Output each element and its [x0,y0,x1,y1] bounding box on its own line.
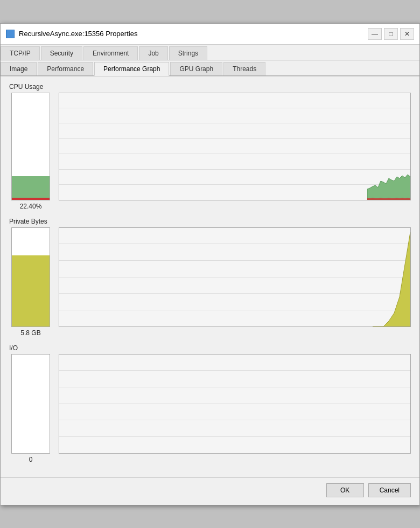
main-window: RecursiveAsync.exe:15356 Properties — □ … [0,23,420,505]
cpu-graph-line-2 [59,108,410,123]
title-bar: RecursiveAsync.exe:15356 Properties — □ … [1,24,419,45]
pb-graph-line-1 [59,228,410,245]
tab-environment[interactable]: Environment [83,46,138,60]
pb-graph-line-2 [59,244,410,261]
cpu-graph-line-5 [59,154,410,169]
pb-row: 5.8 GB [9,227,411,337]
tab-performance-graph[interactable]: Performance Graph [94,62,169,76]
svg-marker-0 [367,175,410,200]
cpu-graph-lines [59,93,410,200]
tab-gpu-graph[interactable]: GPU Graph [170,62,222,75]
pb-graph-lines [59,228,410,326]
io-label: I/O [9,344,411,352]
app-icon [6,30,15,38]
cpu-label: CPU Usage [9,83,411,91]
pb-graph-line-3 [59,261,410,277]
maximize-button[interactable]: □ [384,28,398,40]
tabs-row-2: Image Performance Performance Graph GPU … [1,60,419,76]
io-graph-line-3 [59,387,410,404]
tab-security[interactable]: Security [41,46,82,60]
title-bar-left: RecursiveAsync.exe:15356 Properties [6,30,137,38]
cpu-section: CPU Usage 22.40% [9,83,411,210]
io-graph-line-2 [59,371,410,387]
io-section: I/O 0 [9,344,411,463]
tab-strings[interactable]: Strings [169,46,207,60]
pb-label: Private Bytes [9,218,411,225]
pb-bar-fill [12,255,50,326]
ok-button[interactable]: OK [326,483,364,497]
svg-marker-1 [367,198,410,200]
cpu-graph [59,93,411,200]
cpu-bar-red [12,198,50,200]
pb-section: Private Bytes 5.8 GB [9,218,411,337]
pb-bar-outer [11,227,50,327]
cpu-graph-line-7 [59,185,410,199]
close-button[interactable]: ✕ [400,28,414,40]
cpu-sparkline-svg [367,170,410,200]
pb-graph-line-5 [59,294,410,310]
window-title: RecursiveAsync.exe:15356 Properties [19,30,137,38]
io-graph-line-1 [59,355,410,371]
io-row: 0 [9,354,411,463]
minimize-button[interactable]: — [368,28,382,40]
tab-image[interactable]: Image [1,62,37,75]
cpu-graph-line-1 [59,93,410,108]
tab-job[interactable]: Job [139,46,167,60]
cpu-bar-outer [11,93,50,200]
content-area: CPU Usage 22.40% [1,77,419,477]
pb-bar-container: 5.8 GB [9,227,52,337]
cancel-button[interactable]: Cancel [368,483,411,497]
tab-threads[interactable]: Threads [223,62,265,75]
cpu-graph-line-3 [59,123,410,138]
cpu-bar-green [12,176,50,198]
tabs-row-1: TCP/IP Security Environment Job Strings [1,45,419,60]
cpu-graph-line-4 [59,139,410,154]
cpu-bar-container: 22.40% [9,93,52,210]
tabs-container: TCP/IP Security Environment Job Strings … [1,45,419,77]
tab-performance[interactable]: Performance [38,62,93,75]
io-graph-lines [59,355,410,453]
cpu-value: 22.40% [20,203,42,210]
io-graph [59,354,411,454]
io-bar-outer [11,354,50,454]
footer: OK Cancel [1,477,419,505]
tab-tcpip[interactable]: TCP/IP [1,46,40,60]
pb-value: 5.8 GB [20,329,40,337]
cpu-graph-line-6 [59,170,410,185]
title-controls: — □ ✕ [368,28,414,40]
cpu-row: 22.40% [9,93,411,210]
svg-marker-2 [373,232,410,326]
pb-sparkline-svg [373,227,410,326]
pb-graph-line-4 [59,277,410,294]
pb-graph-line-6 [59,310,410,326]
io-graph-line-4 [59,404,410,421]
io-graph-line-6 [59,437,410,453]
io-value: 0 [29,456,33,463]
io-graph-line-5 [59,420,410,437]
io-bar-container: 0 [9,354,52,463]
pb-graph [59,227,411,327]
